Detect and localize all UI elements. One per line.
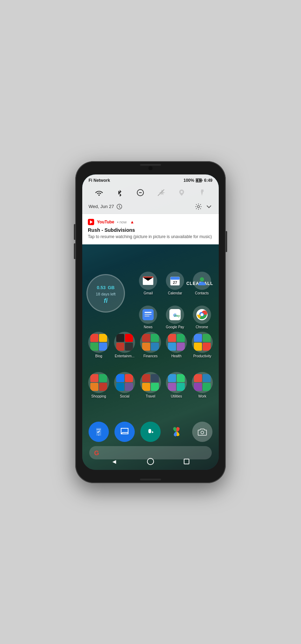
folder-utilities-icon[interactable] [166, 372, 187, 393]
folder-social-col[interactable]: Social [114, 372, 135, 398]
calendar-icon[interactable]: 27 [166, 272, 184, 290]
recents-button[interactable] [182, 457, 191, 466]
chrome-icon[interactable] [193, 306, 211, 324]
youtube-notification[interactable]: YouTube • now ▲ Rush - Subdivisions Tap … [82, 214, 219, 245]
folder-shopping-icon[interactable] [88, 372, 109, 393]
folder-blog-label: Blog [95, 354, 102, 358]
fi-days-left: 18 days left [96, 292, 115, 296]
folder-health-col[interactable]: Health [166, 332, 187, 358]
quick-settings-row [82, 185, 219, 202]
folder-entertainment-col[interactable]: Entertainm... [114, 332, 135, 358]
news-label: News [144, 325, 153, 329]
status-bar: Fi Network 100% 6:49 [82, 174, 219, 185]
power-button[interactable] [226, 231, 227, 252]
duo-dock-icon[interactable] [140, 422, 161, 442]
folder-health-icon[interactable] [166, 332, 187, 353]
notification-time: • now [117, 220, 127, 224]
notification-app-name: YouTube [97, 220, 114, 224]
phone-screen: 0.53 GB 18 days left fi CLEAR ALL Gmail [82, 174, 219, 470]
folders-row1: Blog Entertainm... [86, 332, 215, 358]
fi-widget[interactable]: 0.53 GB 18 days left fi [86, 274, 128, 316]
date-left: Wed, Jun 27 [89, 203, 122, 210]
svg-rect-3 [170, 277, 180, 280]
network-name: Fi Network [89, 178, 110, 183]
notification-body: Tap to resume watching (picture in pictu… [88, 234, 213, 240]
notification-expand-icon[interactable]: ▲ [130, 220, 134, 224]
wifi-toggle[interactable] [93, 186, 105, 199]
gpay-icon-col[interactable]: GPay Google Pay [166, 306, 184, 329]
folder-productivity-label: Productivity [193, 354, 211, 358]
camera-dock-icon[interactable] [192, 422, 212, 442]
folder-finances-label: Finances [144, 354, 158, 358]
chrome-icon-col[interactable]: Chrome [193, 306, 211, 329]
calendar-label: Calendar [168, 291, 182, 295]
date-display: Wed, Jun 27 [89, 204, 114, 209]
time-display: 6:49 [204, 178, 212, 183]
volume-down-button[interactable] [74, 243, 75, 259]
photos-dock-icon[interactable] [166, 422, 187, 442]
folder-entertainment-icon[interactable] [114, 332, 135, 353]
chevron-down-icon[interactable] [205, 203, 212, 210]
youtube-app-icon [88, 219, 94, 225]
svg-rect-21 [202, 180, 202, 181]
settings-icon[interactable] [195, 203, 202, 210]
calendar-icon-col[interactable]: 27 Calendar [166, 272, 184, 295]
folders-row2: Shopping Social [86, 372, 215, 398]
folder-utilities-col[interactable]: Utilities [166, 372, 187, 398]
location-toggle[interactable] [175, 186, 188, 199]
phone-dock-icon[interactable] [89, 422, 109, 442]
folder-finances-icon[interactable] [140, 332, 161, 353]
speaker-top [140, 164, 161, 166]
dnd-toggle[interactable] [134, 186, 147, 199]
contacts-icon[interactable] [193, 272, 211, 290]
bluetooth-toggle[interactable] [113, 186, 126, 199]
flashlight-toggle[interactable] [196, 186, 209, 199]
folder-blog-icon[interactable] [88, 332, 109, 353]
gmail-icon[interactable] [139, 272, 157, 290]
contacts-label: Contacts [195, 291, 209, 295]
back-button[interactable]: ◀ [110, 457, 119, 466]
gmail-icon-col[interactable]: Gmail [139, 272, 157, 295]
folder-social-icon[interactable] [114, 372, 135, 393]
folder-travel-label: Travel [146, 394, 155, 398]
fi-circle: 0.53 GB 18 days left fi [86, 274, 125, 313]
svg-rect-23 [139, 192, 142, 193]
svg-point-5 [200, 277, 204, 281]
status-right: 100% 6:49 [183, 178, 212, 183]
dock [86, 422, 215, 442]
messages-dock-icon[interactable] [114, 422, 135, 442]
fi-data-used: 0.53 GB [97, 282, 115, 291]
folder-finances-col[interactable]: Finances [140, 332, 161, 358]
contacts-icon-col[interactable]: Contacts [193, 272, 211, 295]
folder-work-col[interactable]: Work [192, 372, 213, 398]
svg-rect-8 [145, 314, 152, 315]
svg-point-26 [197, 206, 200, 208]
chrome-label: Chrome [196, 325, 208, 329]
notification-title: Rush - Subdivisions [88, 227, 213, 233]
svg-text:27: 27 [173, 280, 177, 285]
news-icon[interactable] [139, 306, 157, 324]
home-button[interactable] [146, 457, 155, 466]
news-icon-col[interactable]: News [139, 306, 157, 329]
battery-level: 100% [183, 178, 194, 183]
svg-point-15 [201, 313, 203, 316]
folder-productivity-icon[interactable] [192, 332, 213, 353]
svg-rect-1 [143, 277, 153, 278]
svg-rect-9 [145, 316, 149, 316]
camera-notch [148, 166, 153, 170]
gpay-label: Google Pay [166, 325, 184, 329]
folder-blog-col[interactable]: Blog [88, 332, 109, 358]
folder-work-icon[interactable] [192, 372, 213, 393]
notification-header: YouTube • now ▲ [88, 219, 213, 225]
folder-work-label: Work [198, 394, 206, 398]
gpay-icon[interactable]: GPay [166, 306, 184, 324]
folder-shopping-col[interactable]: Shopping [88, 372, 109, 398]
airplane-toggle[interactable] [155, 186, 167, 199]
folder-travel-icon[interactable] [140, 372, 161, 393]
folder-productivity-col[interactable]: Productivity [192, 332, 213, 358]
folder-travel-col[interactable]: Travel [140, 372, 161, 398]
battery-icon [196, 178, 203, 183]
svg-text:Pay: Pay [174, 314, 180, 317]
gmail-label: Gmail [144, 291, 153, 295]
volume-up-button[interactable] [74, 224, 75, 240]
